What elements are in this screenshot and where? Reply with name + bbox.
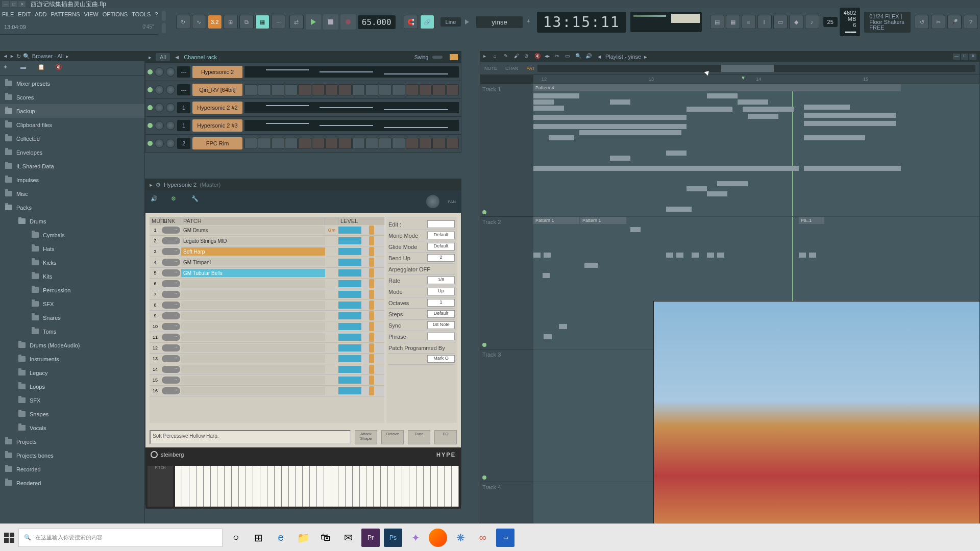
step-button[interactable] — [312, 84, 325, 95]
step-button[interactable] — [272, 138, 284, 149]
taskview-icon[interactable]: ⊞ — [249, 529, 267, 547]
max-button[interactable]: □ — [10, 1, 17, 7]
tree-item[interactable]: Kits — [0, 269, 144, 283]
pitch-mod-wheels[interactable]: PITCH — [148, 466, 173, 507]
app-icon-2[interactable]: ❋ — [451, 529, 470, 547]
patch-slot[interactable]: 14 — [150, 364, 384, 375]
step-button[interactable] — [406, 84, 419, 95]
slot-level[interactable] — [338, 344, 384, 352]
channel-led[interactable] — [148, 123, 153, 128]
pl-playback-icon[interactable]: 🔊 — [585, 53, 594, 60]
step-button[interactable] — [406, 138, 419, 149]
tree-item[interactable]: Recorded — [0, 462, 144, 476]
channel-steps[interactable] — [244, 66, 459, 78]
tree-item[interactable]: SFX — [0, 297, 144, 311]
channel-route[interactable]: --- — [177, 84, 190, 95]
param-value[interactable]: Default — [427, 232, 455, 239]
channel-pan-knob[interactable] — [155, 67, 164, 77]
tree-item[interactable]: Drums — [0, 214, 144, 228]
tree-item[interactable]: Rendered — [0, 476, 144, 490]
plugin-wrench-icon[interactable]: 🔧 — [191, 195, 204, 208]
channel-vol-knob[interactable] — [166, 103, 175, 112]
undo-button[interactable]: ↺ — [915, 15, 929, 29]
patch-slot[interactable]: 1 GM Drums Gm — [150, 225, 384, 236]
plugin-settings-icon[interactable]: ⚙ — [156, 182, 161, 188]
pattern-add-button[interactable]: + — [525, 18, 533, 26]
slot-level[interactable] — [338, 280, 384, 287]
pl-menu-icon[interactable]: ◄ — [597, 54, 602, 60]
song-position[interactable]: 13:15:11 — [537, 12, 626, 33]
tree-item[interactable]: Misc — [0, 187, 144, 201]
pl-delete-icon[interactable]: ⊘ — [524, 53, 532, 60]
pl-minimap[interactable] — [537, 65, 975, 72]
pl-magnet-icon[interactable]: ⌂ — [494, 53, 502, 60]
step-button[interactable] — [285, 138, 298, 149]
tree-item[interactable]: Drums (ModeAudio) — [0, 338, 144, 352]
browser-back[interactable]: ◄ — [3, 54, 8, 59]
patch-slot[interactable]: 11 — [150, 332, 384, 343]
step-button[interactable] — [392, 138, 405, 149]
channel-vol-knob[interactable] — [166, 121, 175, 130]
tree-item[interactable]: Kicks — [0, 256, 144, 269]
menu-file[interactable]: FILE — [2, 11, 14, 17]
view-tempo-button[interactable]: ♪ — [805, 15, 819, 29]
tree-item[interactable]: IL Shared Data — [0, 159, 144, 173]
step-button[interactable] — [325, 138, 338, 149]
slot-level[interactable] — [338, 323, 384, 330]
pl-close-button[interactable]: ✕ — [969, 54, 976, 60]
patch-slot[interactable]: 13 — [150, 354, 384, 364]
pl-slice-icon[interactable]: ✂ — [555, 53, 563, 60]
patch-slot[interactable]: 4 GM Timpani — [150, 257, 384, 268]
slot-link[interactable] — [162, 227, 180, 234]
step-button[interactable] — [365, 84, 378, 95]
step-button[interactable] — [419, 138, 432, 149]
close-button[interactable]: ✕ — [18, 1, 26, 7]
pl-tab-pat[interactable]: PAT — [523, 66, 539, 71]
param-value[interactable] — [427, 220, 455, 228]
chanrack-filter[interactable]: All — [156, 53, 170, 61]
view-channels-button[interactable]: ≡ — [742, 15, 756, 29]
slot-link[interactable] — [162, 377, 180, 384]
step-button[interactable] — [419, 84, 432, 95]
store-icon[interactable]: 🛍 — [316, 529, 335, 547]
step-button[interactable] — [244, 84, 257, 95]
slot-patch-name[interactable]: GM Drums — [181, 226, 325, 234]
menu-options[interactable]: OPTIONS — [103, 11, 128, 17]
slot-link[interactable] — [162, 312, 180, 319]
step-button[interactable] — [446, 84, 459, 95]
pan-knob[interactable] — [426, 195, 439, 208]
pl-dropdown-icon[interactable]: ▸ — [644, 54, 647, 60]
master-vol-slider[interactable] — [162, 23, 166, 33]
patch-slot[interactable]: 15 — [150, 375, 384, 386]
about-button[interactable]: ? — [964, 15, 978, 29]
slot-patch-name[interactable] — [181, 301, 325, 309]
pl-select-icon[interactable]: ▭ — [565, 53, 573, 60]
channel-name-button[interactable]: Qin_RV [64bit] — [192, 84, 242, 96]
channel-vol-knob[interactable] — [166, 85, 175, 94]
loop-icon[interactable]: ▦ — [255, 15, 270, 29]
view-plugin-button[interactable]: ◆ — [789, 15, 803, 29]
channel-vol-knob[interactable] — [166, 139, 175, 148]
patch-slot[interactable]: 16 — [150, 386, 384, 396]
browser-dropdown-icon[interactable]: ▸ — [66, 53, 69, 60]
slot-level[interactable] — [338, 312, 384, 319]
slot-level[interactable] — [338, 291, 384, 298]
step-button[interactable] — [365, 138, 378, 149]
channel-pan-knob[interactable] — [155, 121, 164, 130]
slot-patch-name[interactable] — [181, 376, 325, 384]
slot-patch-name[interactable] — [181, 280, 325, 288]
slot-patch-name[interactable] — [181, 365, 325, 373]
plugin-gear-icon[interactable]: ⚙ — [171, 195, 183, 208]
view-playlist-button[interactable]: ▤ — [710, 15, 724, 29]
patch-slot[interactable]: 3 Soft Harp — [150, 246, 384, 257]
octave-knob[interactable]: Octave — [381, 430, 404, 444]
channel-steps[interactable] — [244, 120, 459, 131]
browser-refresh-icon[interactable]: ↻ — [16, 53, 21, 60]
pl-pencil-icon[interactable]: ✎ — [504, 53, 512, 60]
playlist-ruler[interactable]: 12 13 14 15 ▼ — [480, 75, 979, 84]
browser-mute-icon[interactable]: 🔇 — [55, 64, 64, 73]
slot-level[interactable] — [338, 259, 384, 266]
tree-item[interactable]: Percussion — [0, 283, 144, 297]
chanrack-grid-icon[interactable] — [450, 54, 458, 60]
channel-pan-knob[interactable] — [155, 103, 164, 112]
